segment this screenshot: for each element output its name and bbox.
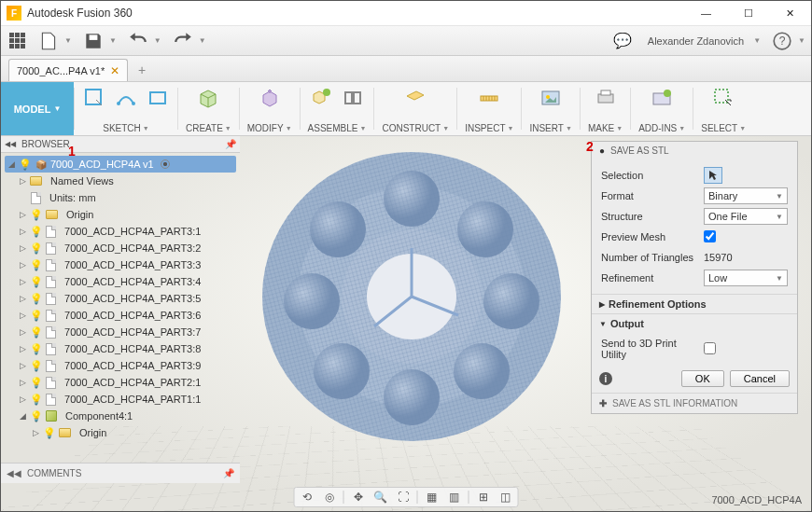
redo-icon[interactable] — [173, 31, 193, 51]
print-icon[interactable] — [594, 86, 618, 110]
data-panel-icon[interactable] — [7, 31, 27, 51]
line-icon[interactable] — [114, 86, 138, 110]
measure-icon[interactable] — [477, 86, 501, 110]
svg-point-27 — [454, 343, 510, 399]
maximize-button[interactable]: ☐ — [727, 1, 769, 25]
collapse-left-icon[interactable]: ◀◀ — [5, 140, 16, 148]
stl-refinement-label: Refinement — [601, 272, 704, 284]
save-icon[interactable] — [83, 31, 104, 51]
activate-radio-icon[interactable] — [161, 159, 170, 169]
svg-point-7 — [323, 89, 330, 96]
addins-icon[interactable] — [650, 86, 674, 110]
send-to-print-checkbox[interactable] — [704, 342, 716, 354]
tree-part[interactable]: ▷💡 7000_ACD_HCP4A_PART3:2 — [5, 240, 236, 256]
app-title: Autodesk Fusion 360 — [27, 7, 685, 20]
viewport[interactable]: 1 2 ◀◀ BROWSER 📌 ◢💡📦 7000_ACD_HCP4A v1 ▷… — [1, 136, 811, 511]
comments-bar[interactable]: ◀◀COMMENTS📌 — [1, 463, 240, 483]
tree-part[interactable]: ▷💡 7000_ACD_HCP4A_PART2:1 — [5, 374, 236, 391]
viewports-icon[interactable]: ◫ — [497, 489, 514, 505]
select-icon[interactable] — [711, 86, 735, 110]
jobs-icon[interactable]: 💬 — [612, 31, 633, 51]
new-component-icon[interactable] — [309, 86, 333, 110]
tree-component-origin[interactable]: ▷💡 Origin — [5, 424, 236, 441]
selection-picker-button[interactable] — [704, 167, 722, 184]
tree-part[interactable]: ▷💡 7000_ACD_HCP4A_PART3:4 — [5, 273, 236, 290]
info-icon[interactable]: i — [599, 372, 612, 385]
tree-root[interactable]: ◢💡📦 7000_ACD_HCP4A v1 — [5, 156, 236, 173]
format-select[interactable]: Binary▼ — [704, 187, 788, 204]
rectangle-icon[interactable] — [146, 86, 170, 110]
tree-part[interactable]: ▷💡 7000_ACD_HCP4A_PART3:8 — [5, 340, 236, 357]
close-button[interactable]: ✕ — [769, 1, 811, 25]
ribbon-label-construct[interactable]: CONSTRUCT▼ — [382, 123, 449, 133]
browser-tree: ◢💡📦 7000_ACD_HCP4A v1 ▷ Named Views Unit… — [1, 153, 240, 444]
tree-origin[interactable]: ▷💡 Origin — [5, 206, 236, 223]
output-section[interactable]: ▼Output — [592, 313, 797, 333]
workspace-switcher[interactable]: MODEL▼ — [1, 82, 74, 135]
stl-info-footer[interactable]: ✚SAVE AS STL INFORMATION — [592, 393, 797, 413]
refinement-options-section[interactable]: ▶Refinement Options — [592, 294, 797, 313]
model-preview — [248, 136, 575, 455]
ribbon-label-create[interactable]: CREATE▼ — [186, 123, 231, 133]
ribbon-group-modify: MODIFY▼ — [240, 82, 300, 135]
ribbon: MODEL▼ SKETCH▼ CREATE▼ MODIFY▼ ASS — [1, 82, 811, 136]
ribbon-group-sketch: SKETCH▼ — [75, 82, 177, 135]
preview-mesh-checkbox[interactable] — [704, 230, 716, 242]
press-pull-icon[interactable] — [258, 86, 282, 110]
ribbon-label-select[interactable]: SELECT▼ — [701, 123, 746, 133]
ribbon-group-addins: ADD-INS▼ — [631, 82, 693, 135]
tree-component[interactable]: ◢💡 Component4:1 — [5, 408, 236, 424]
app-window: F Autodesk Fusion 360 — ☐ ✕ ▼ ▼ ▼ ▼ 💬 Al… — [0, 0, 812, 512]
ribbon-label-assemble[interactable]: ASSEMBLE▼ — [308, 123, 367, 133]
ribbon-label-make[interactable]: MAKE▼ — [588, 123, 623, 133]
ribbon-group-select: SELECT▼ — [693, 82, 753, 135]
effects-icon[interactable]: ▥ — [446, 489, 463, 505]
document-tab[interactable]: 7000_AC...P4A v1* ✕ — [8, 59, 128, 81]
user-name[interactable]: Alexander Zdanovich — [644, 35, 748, 47]
grid-snap-icon[interactable]: ⊞ — [475, 489, 492, 505]
tree-part[interactable]: ▷💡 7000_ACD_HCP4A_PART3:7 — [5, 324, 236, 340]
minimize-button[interactable]: — — [685, 1, 727, 25]
create-sketch-icon[interactable] — [82, 86, 106, 110]
ribbon-label-modify[interactable]: MODIFY▼ — [247, 123, 292, 133]
look-icon[interactable]: ◎ — [321, 489, 338, 505]
fit-icon[interactable]: ⛶ — [395, 489, 412, 505]
ribbon-label-addins[interactable]: ADD-INS▼ — [638, 123, 685, 133]
stl-format-label: Format — [601, 190, 704, 201]
new-file-icon[interactable] — [38, 31, 59, 51]
orbit-icon[interactable]: ⟲ — [299, 489, 315, 505]
tree-part[interactable]: ▷💡 7000_ACD_HCP4A_PART3:9 — [5, 357, 236, 374]
plane-icon[interactable] — [403, 86, 427, 110]
ribbon-label-insert[interactable]: INSERT▼ — [529, 123, 571, 133]
app-icon: F — [7, 6, 21, 21]
help-icon[interactable]: ? — [772, 31, 792, 51]
pin-icon[interactable]: 📌 — [225, 139, 236, 149]
cancel-button[interactable]: Cancel — [730, 370, 790, 387]
tree-part[interactable]: ▷💡 7000_ACD_HCP4A_PART3:3 — [5, 256, 236, 273]
pan-icon[interactable]: ✥ — [350, 489, 367, 505]
decal-icon[interactable] — [539, 86, 563, 110]
zoom-icon[interactable]: 🔍 — [372, 489, 389, 505]
ribbon-label-sketch[interactable]: SKETCH▼ — [103, 123, 149, 133]
new-tab-button[interactable]: + — [133, 62, 150, 78]
ribbon-group-construct: CONSTRUCT▼ — [374, 82, 456, 135]
structure-select[interactable]: One File▼ — [704, 208, 788, 225]
tree-units[interactable]: Units: mm — [5, 189, 236, 206]
undo-icon[interactable] — [128, 31, 148, 51]
joint-icon[interactable] — [341, 86, 365, 110]
stl-panel-header[interactable]: ●SAVE AS STL — [592, 142, 797, 159]
browser-header[interactable]: ◀◀ BROWSER 📌 — [1, 136, 240, 153]
box-icon[interactable] — [196, 86, 220, 110]
tree-part[interactable]: ▷💡 7000_ACD_HCP4A_PART3:6 — [5, 307, 236, 324]
tree-named-views[interactable]: ▷ Named Views — [5, 173, 236, 189]
tree-part[interactable]: ▷💡 7000_ACD_HCP4A_PART1:1 — [5, 391, 236, 408]
ribbon-label-inspect[interactable]: INSPECT▼ — [465, 123, 513, 133]
refinement-select[interactable]: Low▼ — [704, 270, 788, 286]
stl-preview-label: Preview Mesh — [601, 231, 704, 242]
tab-close-icon[interactable]: ✕ — [110, 64, 119, 77]
display-icon[interactable]: ▦ — [424, 489, 441, 505]
ok-button[interactable]: OK — [681, 370, 724, 387]
tree-part[interactable]: ▷💡 7000_ACD_HCP4A_PART3:5 — [5, 290, 236, 307]
tree-part[interactable]: ▷💡 7000_ACD_HCP4A_PART3:1 — [5, 223, 236, 240]
save-as-stl-panel: ●SAVE AS STL Selection Format Binary▼ St… — [591, 141, 798, 414]
